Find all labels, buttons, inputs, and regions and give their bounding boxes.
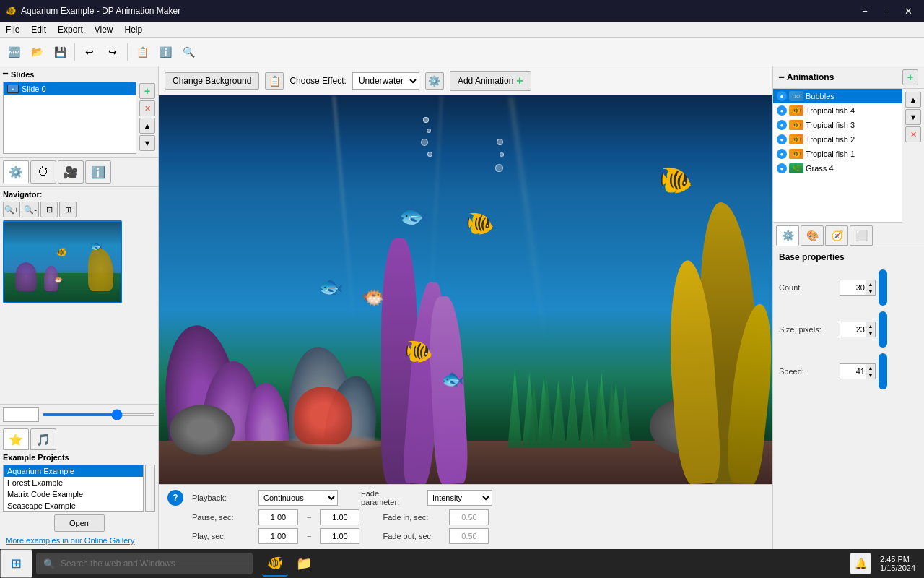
minimize-button[interactable]: − (855, 2, 875, 20)
anim-item-bubbles[interactable]: ● ○○ Bubbles (773, 89, 902, 103)
fade-out-input[interactable] (449, 528, 489, 544)
anim-item-fish4[interactable]: ● 🐠 Tropical fish 4 (773, 103, 902, 118)
slide-item-0[interactable]: ▪ Slide 0 (4, 82, 136, 95)
new-button[interactable]: 🆕 (3, 42, 25, 62)
effect-settings-button[interactable]: ⚙️ (425, 72, 444, 90)
tab-info[interactable]: ℹ️ (85, 160, 111, 184)
fade-param-label: Fade parameter: (361, 489, 419, 506)
zoom-in-button[interactable]: 🔍+ (3, 202, 20, 217)
anim-item-grass4[interactable]: ● 🌿 Grass 4 (773, 161, 902, 176)
anim-move-up-button[interactable]: ▲ (905, 92, 921, 108)
open-toolbar-button[interactable]: 📂 (26, 42, 48, 62)
anim-delete-button[interactable]: ✕ (905, 126, 921, 142)
start-button[interactable]: ⊞ (0, 549, 32, 578)
project-item-aquarium[interactable]: Aquarium Example (4, 465, 143, 477)
menu-file[interactable]: File (0, 23, 25, 36)
size-spinbox: ▲ ▼ (840, 322, 876, 337)
search-button[interactable]: 🔍 (178, 42, 199, 62)
open-project-button[interactable]: Open (54, 514, 105, 532)
delete-slide-button[interactable]: ✕ (139, 100, 155, 116)
info-button[interactable]: ℹ️ (154, 42, 176, 62)
speed-slider[interactable] (879, 353, 887, 389)
add-animation-right-button[interactable]: + (902, 69, 918, 85)
count-down-button[interactable]: ▼ (866, 288, 875, 295)
project-item-seascape[interactable]: Seascape Example (4, 500, 143, 512)
change-background-button[interactable]: Change Background (165, 72, 259, 90)
anim-item-fish3[interactable]: ● 🐠 Tropical fish 3 (773, 118, 902, 132)
fit-button[interactable]: ⊡ (40, 202, 58, 217)
prop-tab-color[interactable]: 🎨 (801, 225, 824, 246)
tall-coral-center (374, 231, 468, 484)
tab-music[interactable]: 🎵 (30, 428, 56, 450)
windows-logo-icon: ⊞ (11, 556, 22, 571)
size-down-button[interactable]: ▼ (866, 329, 875, 337)
taskbar-apps: 🐠 📁 (256, 551, 323, 577)
background-options-button[interactable]: 📋 (265, 72, 284, 90)
zoom-out-button[interactable]: 🔍- (22, 202, 39, 217)
pause-from-input[interactable] (258, 509, 298, 525)
search-input[interactable] (61, 558, 245, 569)
anim-item-fish2[interactable]: ● 🐠 Tropical fish 2 (773, 132, 902, 147)
speed-input[interactable] (840, 364, 866, 379)
anim-item-fish1[interactable]: ● 🐠 Tropical fish 1 (773, 147, 902, 161)
canvas-area[interactable]: 🐠 🐟 🐠 🐡 🐟 🐠 🐟 (159, 95, 772, 484)
zoom-input[interactable]: 68.8% (3, 407, 39, 422)
slides-list[interactable]: ▪ Slide 0 (3, 82, 136, 154)
redo-button[interactable]: ↪ (102, 42, 123, 62)
size-input[interactable] (840, 322, 866, 337)
menu-export[interactable]: Export (52, 23, 89, 36)
zoom-slider[interactable] (42, 413, 155, 416)
add-animation-button[interactable]: Add Animation + (450, 71, 531, 91)
fade-param-select[interactable]: Intensity Opacity Scale (427, 490, 492, 506)
taskbar-app-dp[interactable]: 🐠 (262, 551, 288, 577)
fade-in-input[interactable] (449, 509, 489, 525)
size-up-button[interactable]: ▲ (866, 322, 875, 329)
save-button[interactable]: 💾 (49, 42, 71, 62)
prop-tab-frame[interactable]: ⬜ (850, 225, 873, 246)
notification-button[interactable]: 🔔 (850, 553, 871, 574)
projects-list[interactable]: Aquarium Example Forest Example Matrix C… (3, 465, 144, 512)
maximize-button[interactable]: □ (876, 2, 897, 20)
anim-icon-fish1: 🐠 (789, 149, 803, 159)
tab-favorites[interactable]: ⭐ (3, 428, 29, 450)
project-item-forest[interactable]: Forest Example (4, 477, 143, 488)
move-slide-up-button[interactable]: ▲ (139, 118, 155, 134)
gallery-link[interactable]: More examples in our Online Gallery (3, 535, 155, 546)
pause-to-input[interactable] (320, 509, 359, 525)
search-bar[interactable]: 🔍 (36, 553, 253, 574)
menu-help[interactable]: Help (119, 23, 149, 36)
project-item-matrix[interactable]: Matrix Code Example (4, 488, 143, 500)
size-slider[interactable] (879, 311, 887, 348)
count-up-button[interactable]: ▲ (866, 280, 875, 288)
speed-down-button[interactable]: ▼ (866, 371, 875, 379)
playback-select[interactable]: Continuous Once Ping-Pong (258, 490, 338, 506)
tab-camera[interactable]: 🎥 (58, 160, 84, 184)
navigator-preview[interactable]: 🐟 🐠 🐡 (3, 220, 122, 303)
speed-arrows: ▲ ▼ (866, 364, 875, 379)
effect-select[interactable]: Underwater Blur Glow None (352, 72, 419, 90)
close-button[interactable]: ✕ (898, 2, 918, 20)
projects-scrollbar[interactable] (145, 465, 155, 512)
count-input[interactable] (840, 280, 866, 295)
import-button[interactable]: 📋 (131, 42, 153, 62)
play-from-input[interactable] (258, 528, 298, 544)
tab-timeline[interactable]: ⏱ (30, 160, 56, 184)
undo-button[interactable]: ↩ (79, 42, 100, 62)
anim-move-down-button[interactable]: ▼ (905, 109, 921, 125)
count-slider[interactable] (879, 269, 887, 306)
fish-yellow-mid: 🐟 (398, 200, 429, 229)
prop-tab-direction[interactable]: 🧭 (825, 225, 848, 246)
tab-properties[interactable]: ⚙️ (3, 160, 29, 184)
light-ray-1 (333, 95, 355, 328)
playback-help-button[interactable]: ? (167, 490, 183, 506)
actual-size-button[interactable]: ⊞ (59, 202, 77, 217)
speed-up-button[interactable]: ▲ (866, 364, 875, 371)
play-to-input[interactable] (320, 528, 359, 544)
add-slide-button[interactable]: + (139, 83, 155, 99)
move-slide-down-button[interactable]: ▼ (139, 135, 155, 151)
menu-edit[interactable]: Edit (25, 23, 52, 36)
taskbar-app-explorer[interactable]: 📁 (291, 551, 317, 577)
prop-tab-settings[interactable]: ⚙️ (776, 225, 799, 246)
right-panel: ━ Animations + ● ○○ Bubbles ● 🐠 Tropical… (772, 66, 924, 549)
menu-view[interactable]: View (89, 23, 119, 36)
